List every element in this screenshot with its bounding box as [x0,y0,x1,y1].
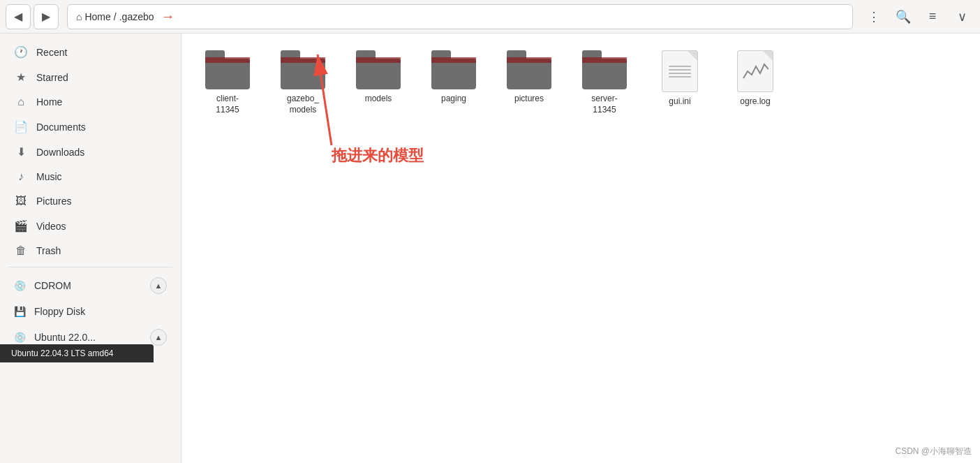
ubuntu-eject-button[interactable]: ▲ [150,329,167,346]
pictures-icon: 🖼 [14,195,28,207]
file-label-models: models [365,94,392,105]
ubuntu-left: 💿 Ubuntu 22.0... [14,332,96,343]
sidebar-item-floppy[interactable]: 💾 Floppy Disk [3,300,178,323]
annotation-text: 拖进来的模型 [332,145,424,166]
main-area: 🕐 Recent ★ Starred ⌂ Home 📄 Documents ⬇ … [0,34,980,463]
watermark: CSDN @小海聊智造 [895,446,972,457]
breadcrumb-arrow: → [161,8,175,24]
sort-button[interactable]: ∨ [949,4,974,29]
videos-icon: 🎬 [14,219,28,233]
toolbar-actions: ⋮ 🔍 ≡ ∨ [861,4,974,29]
sidebar-item-pictures[interactable]: 🖼 Pictures [3,189,178,213]
folder-icon-pictures [507,50,551,89]
sidebar-divider [8,267,172,267]
sidebar-item-ubuntu-label: Ubuntu 22.0... [34,332,96,343]
search-button[interactable]: 🔍 [891,4,916,29]
sidebar-item-music[interactable]: ♪ Music [3,165,178,189]
file-item-ogre-log[interactable]: ogre.log [720,45,790,121]
breadcrumb: ⌂ Home / .gazebo → [67,4,853,29]
sidebar-item-downloads-label: Downloads [36,147,84,158]
sidebar: 🕐 Recent ★ Starred ⌂ Home 📄 Documents ⬇ … [0,34,181,463]
file-label-pictures: pictures [514,94,544,105]
folder-icon-paging [431,50,476,89]
sidebar-item-cdrom-label: CDROM [34,280,71,291]
file-area: client-11345 gazebo_models models [181,34,980,463]
sidebar-item-floppy-label: Floppy Disk [34,306,85,317]
sidebar-item-recent[interactable]: 🕐 Recent [3,40,178,64]
sidebar-item-documents-label: Documents [36,122,86,133]
status-bar: Ubuntu 22.04.3 LTS amd64 [0,344,154,362]
status-bar-label: Ubuntu 22.04.3 LTS amd64 [11,348,114,358]
file-item-models[interactable]: models [343,45,413,121]
file-label-server: server-11345 [591,94,617,115]
file-item-gui-ini[interactable]: gui.ini [645,45,715,121]
home-sidebar-icon: ⌂ [14,96,28,108]
file-label-paging: paging [441,94,466,105]
folder-icon-server [582,50,627,89]
breadcrumb-separator: / [114,11,117,22]
breadcrumb-gazebo[interactable]: .gazebo [119,11,154,22]
sidebar-item-videos[interactable]: 🎬 Videos [3,214,178,238]
sidebar-item-home-label: Home [36,96,62,108]
sidebar-item-trash[interactable]: 🗑 Trash [3,239,178,263]
cdrom-eject-button[interactable]: ▲ [150,277,167,294]
menu-button[interactable]: ⋮ [861,4,886,29]
file-label-gui-ini: gui.ini [669,96,690,108]
sidebar-item-starred[interactable]: ★ Starred [3,65,178,89]
sidebar-item-pictures-label: Pictures [36,196,72,207]
file-item-server[interactable]: server-11345 [570,45,639,121]
music-icon: ♪ [14,170,28,183]
sidebar-item-starred-label: Starred [36,72,68,83]
log-file-icon-ogre [737,50,773,92]
file-label-client: client-11345 [216,94,239,115]
forward-button[interactable]: ▶ [34,4,59,29]
trash-icon: 🗑 [14,244,28,257]
sidebar-item-cdrom[interactable]: 💿 CDROM ▲ [3,272,178,300]
sidebar-item-music-label: Music [36,171,62,182]
file-item-paging[interactable]: paging [419,45,489,121]
sidebar-item-home[interactable]: ⌂ Home [3,90,178,114]
file-item-client[interactable]: client-11345 [193,45,262,121]
home-icon: ⌂ [76,11,82,22]
toolbar: ◀ ▶ ⌂ Home / .gazebo → ⋮ 🔍 ≡ ∨ [0,0,980,34]
folder-icon-gazebo-models [281,50,325,89]
sidebar-item-recent-label: Recent [36,47,67,58]
log-chart-icon [742,61,769,82]
sidebar-item-downloads[interactable]: ⬇ Downloads [3,140,178,164]
cdrom-left: 💿 CDROM [14,280,71,291]
floppy-left: 💾 Floppy Disk [14,306,85,317]
folder-icon-client [205,50,250,89]
recent-icon: 🕐 [14,45,28,59]
file-label-gazebo-models: gazebo_models [287,94,319,115]
sidebar-item-trash-label: Trash [36,245,61,256]
starred-icon: ★ [14,71,28,84]
floppy-icon: 💾 [14,306,26,317]
text-file-icon-gui [662,50,698,92]
breadcrumb-home[interactable]: Home [84,11,110,22]
ubuntu-icon: 💿 [14,332,26,343]
file-item-gazebo-models[interactable]: gazebo_models [268,45,338,121]
view-button[interactable]: ≡ [920,4,945,29]
documents-icon: 📄 [14,120,28,133]
sidebar-item-videos-label: Videos [36,221,66,232]
file-label-ogre-log: ogre.log [740,96,770,108]
file-grid: client-11345 gazebo_models models [193,45,969,121]
sidebar-item-documents[interactable]: 📄 Documents [3,115,178,139]
cdrom-icon: 💿 [14,280,26,291]
folder-icon-models [356,50,401,89]
file-item-pictures-folder[interactable]: pictures [494,45,564,121]
back-button[interactable]: ◀ [6,4,31,29]
downloads-icon: ⬇ [14,145,28,159]
